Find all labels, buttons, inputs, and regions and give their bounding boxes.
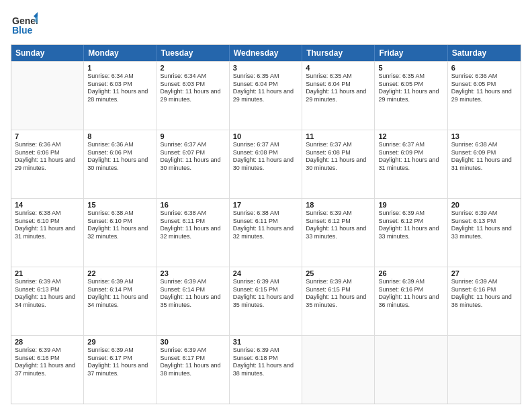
cell-info: Sunrise: 6:39 AM Sunset: 6:14 PM Dayligh… — [87, 278, 152, 310]
day-number: 4 — [306, 64, 371, 72]
calendar-row: 14Sunrise: 6:38 AM Sunset: 6:10 PM Dayli… — [11, 198, 521, 267]
calendar-cell: 12Sunrise: 6:37 AM Sunset: 6:09 PM Dayli… — [375, 130, 447, 198]
cell-info: Sunrise: 6:39 AM Sunset: 6:17 PM Dayligh… — [161, 347, 226, 378]
day-number: 10 — [233, 132, 298, 140]
calendar-cell — [302, 336, 375, 404]
calendar-cell: 3Sunrise: 6:35 AM Sunset: 6:04 PM Daylig… — [230, 62, 302, 130]
calendar-cell: 24Sunrise: 6:39 AM Sunset: 6:15 PM Dayli… — [230, 267, 302, 335]
calendar-cell: 31Sunrise: 6:39 AM Sunset: 6:18 PM Dayli… — [230, 336, 302, 404]
day-number: 27 — [451, 269, 517, 277]
cell-info: Sunrise: 6:38 AM Sunset: 6:10 PM Dayligh… — [15, 210, 80, 241]
page: General Blue SundayMondayTuesdayWednesda… — [0, 0, 532, 411]
calendar-cell: 27Sunrise: 6:39 AM Sunset: 6:16 PM Dayli… — [448, 267, 521, 335]
calendar-cell: 21Sunrise: 6:39 AM Sunset: 6:13 PM Dayli… — [11, 267, 84, 335]
day-number: 28 — [15, 338, 80, 346]
cell-info: Sunrise: 6:35 AM Sunset: 6:04 PM Dayligh… — [233, 73, 298, 104]
cell-info: Sunrise: 6:37 AM Sunset: 6:07 PM Dayligh… — [161, 141, 226, 173]
day-number: 18 — [306, 201, 371, 209]
cell-info: Sunrise: 6:39 AM Sunset: 6:15 PM Dayligh… — [306, 278, 371, 310]
calendar-cell: 1Sunrise: 6:34 AM Sunset: 6:03 PM Daylig… — [84, 62, 157, 130]
calendar-cell: 29Sunrise: 6:39 AM Sunset: 6:17 PM Dayli… — [84, 336, 157, 404]
cell-info: Sunrise: 6:39 AM Sunset: 6:18 PM Dayligh… — [233, 347, 298, 378]
day-number: 13 — [451, 132, 517, 140]
cell-info: Sunrise: 6:34 AM Sunset: 6:03 PM Dayligh… — [161, 73, 226, 104]
day-number: 31 — [233, 338, 298, 346]
day-number: 21 — [15, 269, 80, 277]
day-number: 2 — [161, 64, 226, 72]
calendar-row: 21Sunrise: 6:39 AM Sunset: 6:13 PM Dayli… — [11, 267, 521, 335]
cell-info: Sunrise: 6:39 AM Sunset: 6:17 PM Dayligh… — [87, 347, 152, 378]
calendar-cell — [448, 336, 521, 404]
calendar-cell — [375, 336, 447, 404]
calendar-cell: 5Sunrise: 6:35 AM Sunset: 6:05 PM Daylig… — [375, 62, 447, 130]
cell-info: Sunrise: 6:35 AM Sunset: 6:04 PM Dayligh… — [306, 73, 371, 104]
cell-info: Sunrise: 6:38 AM Sunset: 6:09 PM Dayligh… — [451, 141, 517, 173]
calendar-cell: 28Sunrise: 6:39 AM Sunset: 6:16 PM Dayli… — [11, 336, 84, 404]
day-number: 12 — [378, 132, 443, 140]
day-number: 5 — [378, 64, 443, 72]
calendar-cell: 26Sunrise: 6:39 AM Sunset: 6:16 PM Dayli… — [375, 267, 447, 335]
day-number: 7 — [15, 132, 80, 140]
logo-icon: General Blue — [11, 11, 38, 38]
day-number: 26 — [378, 269, 443, 277]
day-number: 9 — [161, 132, 226, 140]
cell-info: Sunrise: 6:36 AM Sunset: 6:06 PM Dayligh… — [87, 141, 152, 173]
day-number: 16 — [161, 201, 226, 209]
calendar-cell: 19Sunrise: 6:39 AM Sunset: 6:12 PM Dayli… — [375, 199, 447, 267]
day-number: 11 — [306, 132, 371, 140]
cell-info: Sunrise: 6:39 AM Sunset: 6:12 PM Dayligh… — [378, 210, 443, 241]
calendar-header-cell: Saturday — [448, 45, 521, 61]
calendar-cell: 20Sunrise: 6:39 AM Sunset: 6:13 PM Dayli… — [448, 199, 521, 267]
calendar: SundayMondayTuesdayWednesdayThursdayFrid… — [11, 44, 521, 404]
calendar-cell: 23Sunrise: 6:39 AM Sunset: 6:14 PM Dayli… — [157, 267, 230, 335]
calendar-body: 1Sunrise: 6:34 AM Sunset: 6:03 PM Daylig… — [11, 61, 521, 404]
calendar-cell: 30Sunrise: 6:39 AM Sunset: 6:17 PM Dayli… — [157, 336, 230, 404]
day-number: 25 — [306, 269, 371, 277]
calendar-cell: 13Sunrise: 6:38 AM Sunset: 6:09 PM Dayli… — [448, 130, 521, 198]
cell-info: Sunrise: 6:39 AM Sunset: 6:13 PM Dayligh… — [15, 278, 80, 310]
calendar-cell: 17Sunrise: 6:38 AM Sunset: 6:11 PM Dayli… — [230, 199, 302, 267]
calendar-row: 28Sunrise: 6:39 AM Sunset: 6:16 PM Dayli… — [11, 335, 521, 404]
cell-info: Sunrise: 6:37 AM Sunset: 6:08 PM Dayligh… — [233, 141, 298, 173]
cell-info: Sunrise: 6:37 AM Sunset: 6:09 PM Dayligh… — [378, 141, 443, 173]
cell-info: Sunrise: 6:37 AM Sunset: 6:08 PM Dayligh… — [306, 141, 371, 173]
cell-info: Sunrise: 6:39 AM Sunset: 6:14 PM Dayligh… — [161, 278, 226, 310]
calendar-header-cell: Friday — [375, 45, 447, 61]
cell-info: Sunrise: 6:39 AM Sunset: 6:12 PM Dayligh… — [306, 210, 371, 241]
cell-info: Sunrise: 6:39 AM Sunset: 6:15 PM Dayligh… — [233, 278, 298, 310]
day-number: 1 — [87, 64, 152, 72]
calendar-header-cell: Sunday — [11, 45, 84, 61]
calendar-header-cell: Thursday — [302, 45, 375, 61]
svg-text:Blue: Blue — [12, 25, 33, 36]
cell-info: Sunrise: 6:39 AM Sunset: 6:16 PM Dayligh… — [378, 278, 443, 310]
day-number: 15 — [87, 201, 152, 209]
cell-info: Sunrise: 6:35 AM Sunset: 6:05 PM Dayligh… — [378, 73, 443, 104]
calendar-cell: 7Sunrise: 6:36 AM Sunset: 6:06 PM Daylig… — [11, 130, 84, 198]
calendar-header: SundayMondayTuesdayWednesdayThursdayFrid… — [11, 45, 521, 61]
logo: General Blue — [11, 11, 38, 38]
day-number: 6 — [451, 64, 517, 72]
cell-info: Sunrise: 6:39 AM Sunset: 6:16 PM Dayligh… — [451, 278, 517, 310]
cell-info: Sunrise: 6:39 AM Sunset: 6:13 PM Dayligh… — [451, 210, 517, 241]
calendar-cell: 2Sunrise: 6:34 AM Sunset: 6:03 PM Daylig… — [157, 62, 230, 130]
calendar-cell: 18Sunrise: 6:39 AM Sunset: 6:12 PM Dayli… — [302, 199, 375, 267]
cell-info: Sunrise: 6:36 AM Sunset: 6:05 PM Dayligh… — [451, 73, 517, 104]
calendar-cell: 6Sunrise: 6:36 AM Sunset: 6:05 PM Daylig… — [448, 62, 521, 130]
cell-info: Sunrise: 6:34 AM Sunset: 6:03 PM Dayligh… — [87, 73, 152, 104]
day-number: 30 — [161, 338, 226, 346]
calendar-row: 1Sunrise: 6:34 AM Sunset: 6:03 PM Daylig… — [11, 61, 521, 130]
day-number: 14 — [15, 201, 80, 209]
calendar-cell: 14Sunrise: 6:38 AM Sunset: 6:10 PM Dayli… — [11, 199, 84, 267]
calendar-cell: 25Sunrise: 6:39 AM Sunset: 6:15 PM Dayli… — [302, 267, 375, 335]
day-number: 24 — [233, 269, 298, 277]
calendar-cell: 8Sunrise: 6:36 AM Sunset: 6:06 PM Daylig… — [84, 130, 157, 198]
day-number: 3 — [233, 64, 298, 72]
calendar-cell — [11, 62, 84, 130]
cell-info: Sunrise: 6:38 AM Sunset: 6:11 PM Dayligh… — [161, 210, 226, 241]
cell-info: Sunrise: 6:36 AM Sunset: 6:06 PM Dayligh… — [15, 141, 80, 173]
calendar-cell: 4Sunrise: 6:35 AM Sunset: 6:04 PM Daylig… — [302, 62, 375, 130]
calendar-header-cell: Tuesday — [157, 45, 230, 61]
day-number: 29 — [87, 338, 152, 346]
day-number: 23 — [161, 269, 226, 277]
day-number: 17 — [233, 201, 298, 209]
